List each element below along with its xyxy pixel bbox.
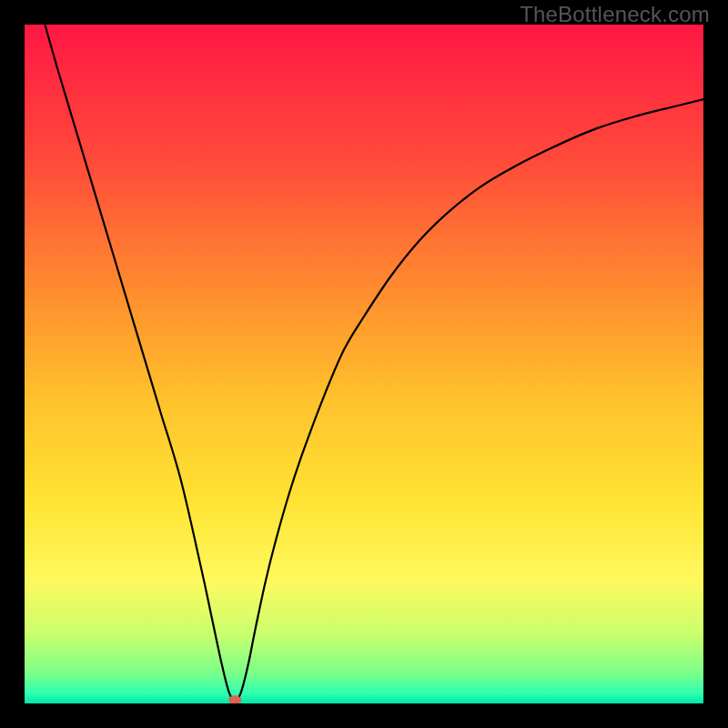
- chart-frame: TheBottleneck.com: [0, 0, 728, 728]
- watermark-text: TheBottleneck.com: [520, 2, 710, 27]
- plot-area: [25, 25, 703, 703]
- chart-svg: [25, 25, 703, 703]
